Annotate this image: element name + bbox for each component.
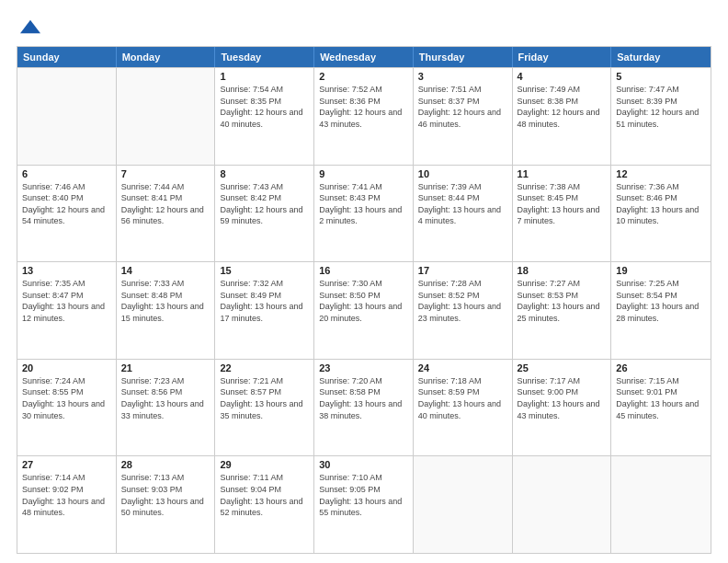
cal-cell: 18Sunrise: 7:27 AM Sunset: 8:53 PM Dayli… <box>513 262 612 359</box>
calendar-body: 1Sunrise: 7:54 AM Sunset: 8:35 PM Daylig… <box>17 67 711 553</box>
logo-icon <box>20 17 40 37</box>
day-number: 1 <box>220 71 309 82</box>
day-number: 24 <box>418 362 507 373</box>
day-info: Sunrise: 7:30 AM Sunset: 8:50 PM Dayligh… <box>319 278 408 324</box>
day-number: 17 <box>418 265 507 276</box>
day-number: 30 <box>319 459 408 470</box>
day-info: Sunrise: 7:21 AM Sunset: 8:57 PM Dayligh… <box>220 375 309 421</box>
day-info: Sunrise: 7:18 AM Sunset: 8:59 PM Dayligh… <box>418 375 507 421</box>
day-info: Sunrise: 7:28 AM Sunset: 8:52 PM Dayligh… <box>418 278 507 324</box>
day-info: Sunrise: 7:43 AM Sunset: 8:42 PM Dayligh… <box>220 181 309 227</box>
calendar-header-row: SundayMondayTuesdayWednesdayThursdayFrid… <box>17 47 711 67</box>
day-number: 5 <box>616 71 706 82</box>
cal-cell: 20Sunrise: 7:24 AM Sunset: 8:55 PM Dayli… <box>17 360 117 456</box>
day-info: Sunrise: 7:47 AM Sunset: 8:39 PM Dayligh… <box>616 84 706 130</box>
cal-cell <box>414 456 513 553</box>
day-info: Sunrise: 7:10 AM Sunset: 9:05 PM Dayligh… <box>319 472 408 518</box>
cal-week-4: 20Sunrise: 7:24 AM Sunset: 8:55 PM Dayli… <box>17 359 711 456</box>
day-info: Sunrise: 7:38 AM Sunset: 8:45 PM Dayligh… <box>518 181 607 227</box>
cal-cell: 7Sunrise: 7:44 AM Sunset: 8:41 PM Daylig… <box>117 166 216 262</box>
cal-cell <box>513 456 612 553</box>
day-number: 13 <box>22 265 111 276</box>
cal-cell: 1Sunrise: 7:54 AM Sunset: 8:35 PM Daylig… <box>215 68 314 165</box>
day-number: 19 <box>616 265 706 276</box>
day-number: 4 <box>518 71 607 82</box>
day-number: 27 <box>22 459 111 470</box>
logo <box>17 17 40 37</box>
cal-cell: 3Sunrise: 7:51 AM Sunset: 8:37 PM Daylig… <box>414 68 513 165</box>
cal-cell: 25Sunrise: 7:17 AM Sunset: 9:00 PM Dayli… <box>513 360 612 456</box>
cal-cell: 16Sunrise: 7:30 AM Sunset: 8:50 PM Dayli… <box>314 262 414 359</box>
cal-cell: 29Sunrise: 7:11 AM Sunset: 9:04 PM Dayli… <box>215 456 314 553</box>
day-info: Sunrise: 7:25 AM Sunset: 8:54 PM Dayligh… <box>616 278 706 324</box>
day-info: Sunrise: 7:15 AM Sunset: 9:01 PM Dayligh… <box>616 375 706 421</box>
day-info: Sunrise: 7:11 AM Sunset: 9:04 PM Dayligh… <box>220 472 309 518</box>
day-number: 20 <box>22 362 111 373</box>
cal-cell: 17Sunrise: 7:28 AM Sunset: 8:52 PM Dayli… <box>414 262 513 359</box>
cal-cell: 26Sunrise: 7:15 AM Sunset: 9:01 PM Dayli… <box>611 360 711 456</box>
cal-cell: 15Sunrise: 7:32 AM Sunset: 8:49 PM Dayli… <box>215 262 314 359</box>
day-number: 9 <box>319 168 408 179</box>
day-info: Sunrise: 7:35 AM Sunset: 8:47 PM Dayligh… <box>22 278 111 324</box>
day-number: 10 <box>418 168 507 179</box>
cal-cell: 22Sunrise: 7:21 AM Sunset: 8:57 PM Dayli… <box>215 360 314 456</box>
cal-cell: 28Sunrise: 7:13 AM Sunset: 9:03 PM Dayli… <box>117 456 216 553</box>
cal-week-2: 6Sunrise: 7:46 AM Sunset: 8:40 PM Daylig… <box>17 165 711 262</box>
cal-cell: 4Sunrise: 7:49 AM Sunset: 8:38 PM Daylig… <box>513 68 612 165</box>
day-number: 25 <box>518 362 607 373</box>
day-number: 12 <box>616 168 706 179</box>
cal-cell: 12Sunrise: 7:36 AM Sunset: 8:46 PM Dayli… <box>611 166 711 262</box>
cal-cell: 27Sunrise: 7:14 AM Sunset: 9:02 PM Dayli… <box>17 456 117 553</box>
cal-cell: 9Sunrise: 7:41 AM Sunset: 8:43 PM Daylig… <box>314 166 414 262</box>
day-number: 11 <box>518 168 607 179</box>
day-number: 28 <box>121 459 210 470</box>
cal-cell <box>117 68 216 165</box>
day-number: 7 <box>121 168 210 179</box>
svg-marker-0 <box>20 20 40 34</box>
cal-week-3: 13Sunrise: 7:35 AM Sunset: 8:47 PM Dayli… <box>17 261 711 359</box>
day-info: Sunrise: 7:39 AM Sunset: 8:44 PM Dayligh… <box>418 181 507 227</box>
day-number: 26 <box>616 362 706 373</box>
cal-cell: 19Sunrise: 7:25 AM Sunset: 8:54 PM Dayli… <box>611 262 711 359</box>
cal-cell: 8Sunrise: 7:43 AM Sunset: 8:42 PM Daylig… <box>215 166 314 262</box>
cal-cell: 23Sunrise: 7:20 AM Sunset: 8:58 PM Dayli… <box>314 360 414 456</box>
cal-cell: 21Sunrise: 7:23 AM Sunset: 8:56 PM Dayli… <box>117 360 216 456</box>
day-info: Sunrise: 7:54 AM Sunset: 8:35 PM Dayligh… <box>220 84 309 130</box>
cal-cell: 13Sunrise: 7:35 AM Sunset: 8:47 PM Dayli… <box>17 262 117 359</box>
day-number: 2 <box>319 71 408 82</box>
day-info: Sunrise: 7:17 AM Sunset: 9:00 PM Dayligh… <box>518 375 607 421</box>
logo-blue <box>17 17 40 37</box>
cal-header-cell-sunday: Sunday <box>17 47 117 67</box>
cal-cell: 10Sunrise: 7:39 AM Sunset: 8:44 PM Dayli… <box>414 166 513 262</box>
cal-cell <box>611 456 711 553</box>
cal-cell: 5Sunrise: 7:47 AM Sunset: 8:39 PM Daylig… <box>611 68 711 165</box>
day-info: Sunrise: 7:27 AM Sunset: 8:53 PM Dayligh… <box>518 278 607 324</box>
day-info: Sunrise: 7:51 AM Sunset: 8:37 PM Dayligh… <box>418 84 507 130</box>
day-info: Sunrise: 7:44 AM Sunset: 8:41 PM Dayligh… <box>121 181 210 227</box>
cal-cell <box>17 68 117 165</box>
cal-header-cell-friday: Friday <box>513 47 612 67</box>
day-number: 22 <box>220 362 309 373</box>
header <box>17 17 711 37</box>
day-number: 18 <box>518 265 607 276</box>
cal-week-5: 27Sunrise: 7:14 AM Sunset: 9:02 PM Dayli… <box>17 455 711 553</box>
day-number: 14 <box>121 265 210 276</box>
day-info: Sunrise: 7:46 AM Sunset: 8:40 PM Dayligh… <box>22 181 111 227</box>
cal-cell: 14Sunrise: 7:33 AM Sunset: 8:48 PM Dayli… <box>117 262 216 359</box>
day-number: 6 <box>22 168 111 179</box>
day-info: Sunrise: 7:23 AM Sunset: 8:56 PM Dayligh… <box>121 375 210 421</box>
day-info: Sunrise: 7:32 AM Sunset: 8:49 PM Dayligh… <box>220 278 309 324</box>
day-number: 21 <box>121 362 210 373</box>
day-number: 23 <box>319 362 408 373</box>
day-number: 29 <box>220 459 309 470</box>
cal-header-cell-saturday: Saturday <box>611 47 711 67</box>
day-info: Sunrise: 7:20 AM Sunset: 8:58 PM Dayligh… <box>319 375 408 421</box>
cal-cell: 30Sunrise: 7:10 AM Sunset: 9:05 PM Dayli… <box>314 456 414 553</box>
day-info: Sunrise: 7:13 AM Sunset: 9:03 PM Dayligh… <box>121 472 210 518</box>
cal-cell: 24Sunrise: 7:18 AM Sunset: 8:59 PM Dayli… <box>414 360 513 456</box>
cal-cell: 11Sunrise: 7:38 AM Sunset: 8:45 PM Dayli… <box>513 166 612 262</box>
cal-cell: 6Sunrise: 7:46 AM Sunset: 8:40 PM Daylig… <box>17 166 117 262</box>
day-info: Sunrise: 7:41 AM Sunset: 8:43 PM Dayligh… <box>319 181 408 227</box>
day-info: Sunrise: 7:52 AM Sunset: 8:36 PM Dayligh… <box>319 84 408 130</box>
page: SundayMondayTuesdayWednesdayThursdayFrid… <box>0 0 728 563</box>
